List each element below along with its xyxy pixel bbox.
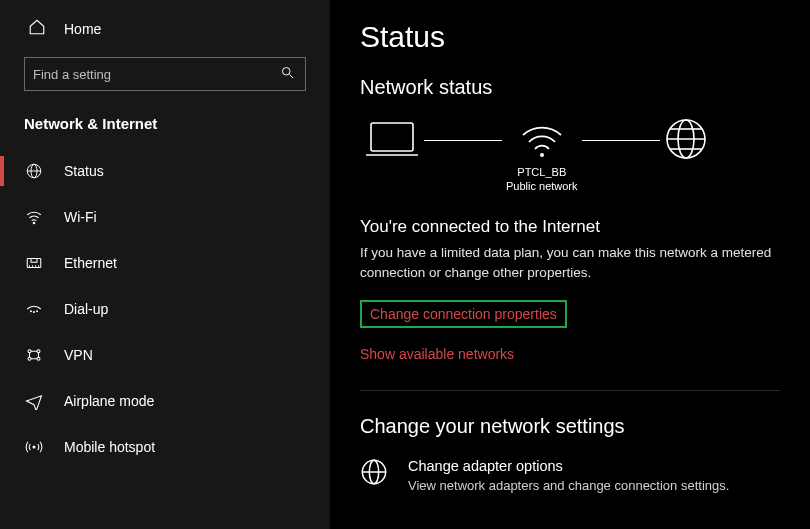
change-connection-properties-link[interactable]: Change connection properties (360, 300, 567, 328)
internet-node (664, 117, 708, 195)
sidebar-item-label: Mobile hotspot (64, 439, 155, 455)
wifi-node: PTCL_BB Public network (506, 119, 578, 194)
category-title: Network & Internet (0, 115, 330, 148)
home-label: Home (64, 21, 101, 37)
svg-point-8 (36, 310, 38, 312)
svg-rect-14 (371, 123, 413, 151)
sidebar-item-airplane-mode[interactable]: Airplane mode (0, 378, 330, 424)
svg-point-10 (37, 350, 40, 353)
svg-point-11 (28, 357, 31, 360)
sidebar-item-ethernet[interactable]: Ethernet (0, 240, 330, 286)
network-type-label: Public network (506, 179, 578, 193)
change-settings-heading: Change your network settings (360, 415, 780, 438)
diagram-line (424, 140, 502, 141)
svg-point-12 (37, 357, 40, 360)
connected-description: If you have a limited data plan, you can… (360, 243, 780, 282)
sidebar-item-label: Airplane mode (64, 393, 154, 409)
main-panel: Status Network status PTCL_BB Publ (330, 0, 810, 529)
show-available-networks-link[interactable]: Show available networks (360, 346, 780, 362)
sidebar-item-dialup[interactable]: Dial-up (0, 286, 330, 332)
svg-point-3 (33, 222, 35, 224)
sidebar-item-vpn[interactable]: VPN (0, 332, 330, 378)
sidebar-item-mobile-hotspot[interactable]: Mobile hotspot (0, 424, 330, 470)
airplane-icon (24, 392, 44, 410)
diagram-line (582, 140, 660, 141)
svg-point-13 (33, 446, 36, 449)
adapter-description: View network adapters and change connect… (408, 478, 729, 493)
dialup-icon (24, 300, 44, 318)
search-placeholder: Find a setting (33, 67, 280, 82)
svg-rect-5 (31, 259, 37, 263)
svg-point-9 (28, 350, 31, 353)
hotspot-icon (24, 438, 44, 456)
sidebar-item-label: Dial-up (64, 301, 108, 317)
search-input[interactable]: Find a setting (24, 57, 306, 91)
ethernet-icon (24, 254, 44, 272)
change-adapter-options[interactable]: Change adapter options View network adap… (360, 458, 780, 493)
sidebar-item-label: Status (64, 163, 104, 179)
wifi-icon (24, 208, 44, 226)
svg-point-15 (540, 153, 544, 157)
sidebar-item-label: Wi-Fi (64, 209, 97, 225)
adapter-title: Change adapter options (408, 458, 729, 474)
page-title: Status (360, 20, 780, 54)
ssid-label: PTCL_BB (517, 165, 566, 179)
device-icon (364, 119, 420, 193)
globe-icon (24, 162, 44, 180)
svg-point-6 (30, 310, 32, 312)
search-icon (280, 65, 295, 83)
home-icon (28, 18, 46, 39)
adapter-globe-icon (360, 458, 388, 489)
sidebar-item-status[interactable]: Status (0, 148, 330, 194)
sidebar: Home Find a setting Network & Internet S… (0, 0, 330, 529)
svg-point-0 (283, 68, 291, 76)
sidebar-item-label: VPN (64, 347, 93, 363)
vpn-icon (24, 346, 44, 364)
connected-heading: You're connected to the Internet (360, 217, 780, 237)
home-button[interactable]: Home (0, 12, 330, 57)
network-status-heading: Network status (360, 76, 780, 99)
divider (360, 390, 780, 391)
svg-point-7 (33, 311, 35, 313)
network-diagram: PTCL_BB Public network (360, 117, 780, 195)
sidebar-item-wifi[interactable]: Wi-Fi (0, 194, 330, 240)
sidebar-item-label: Ethernet (64, 255, 117, 271)
